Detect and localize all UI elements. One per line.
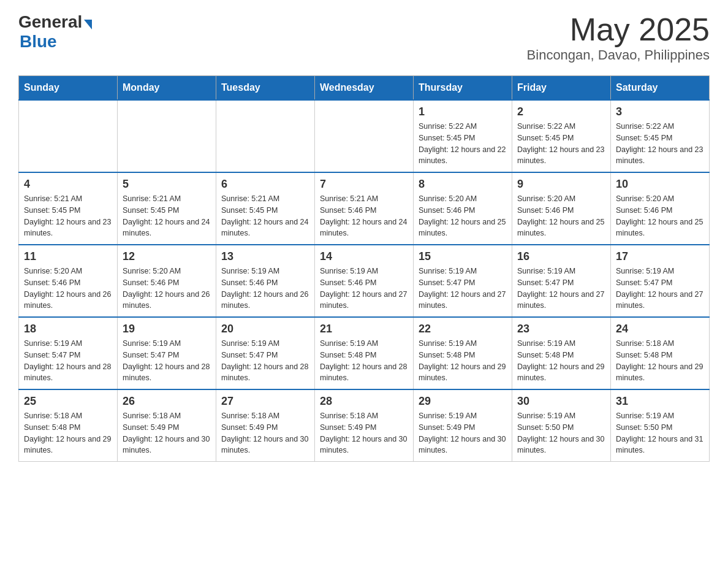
day-number: 17	[616, 250, 704, 263]
day-info: Sunrise: 5:22 AM Sunset: 5:45 PM Dayligh…	[419, 121, 507, 167]
calendar-cell	[19, 100, 118, 172]
day-info: Sunrise: 5:22 AM Sunset: 5:45 PM Dayligh…	[517, 121, 605, 167]
calendar-cell: 1Sunrise: 5:22 AM Sunset: 5:45 PM Daylig…	[414, 100, 512, 172]
day-number: 28	[320, 395, 408, 408]
calendar-week-row: 1Sunrise: 5:22 AM Sunset: 5:45 PM Daylig…	[19, 100, 710, 172]
calendar-cell: 17Sunrise: 5:19 AM Sunset: 5:47 PM Dayli…	[611, 245, 710, 317]
day-info: Sunrise: 5:19 AM Sunset: 5:48 PM Dayligh…	[320, 338, 408, 384]
column-header-sunday: Sunday	[19, 76, 118, 101]
day-number: 27	[221, 395, 309, 408]
calendar-cell: 4Sunrise: 5:21 AM Sunset: 5:45 PM Daylig…	[19, 172, 118, 245]
calendar-cell: 20Sunrise: 5:19 AM Sunset: 5:47 PM Dayli…	[216, 317, 315, 389]
day-number: 20	[221, 323, 309, 335]
day-number: 2	[517, 105, 605, 118]
calendar-cell: 28Sunrise: 5:18 AM Sunset: 5:49 PM Dayli…	[315, 389, 414, 462]
day-info: Sunrise: 5:19 AM Sunset: 5:48 PM Dayligh…	[517, 338, 605, 384]
day-number: 16	[517, 250, 605, 263]
day-info: Sunrise: 5:19 AM Sunset: 5:49 PM Dayligh…	[419, 410, 507, 456]
day-number: 24	[616, 323, 704, 335]
calendar-cell	[315, 100, 414, 172]
calendar-cell: 13Sunrise: 5:19 AM Sunset: 5:46 PM Dayli…	[216, 245, 315, 317]
day-number: 30	[517, 395, 605, 408]
day-info: Sunrise: 5:20 AM Sunset: 5:46 PM Dayligh…	[616, 193, 704, 239]
calendar-table: SundayMondayTuesdayWednesdayThursdayFrid…	[18, 75, 710, 462]
calendar-subtitle: Bincongan, Davao, Philippines	[527, 47, 710, 63]
day-number: 7	[320, 178, 408, 191]
calendar-week-row: 18Sunrise: 5:19 AM Sunset: 5:47 PM Dayli…	[19, 317, 710, 389]
day-number: 6	[221, 178, 309, 191]
day-number: 1	[419, 105, 507, 118]
logo: General Blue	[18, 12, 92, 52]
calendar-cell: 25Sunrise: 5:18 AM Sunset: 5:48 PM Dayli…	[19, 389, 118, 462]
day-number: 29	[419, 395, 507, 408]
day-info: Sunrise: 5:21 AM Sunset: 5:45 PM Dayligh…	[123, 193, 211, 239]
day-info: Sunrise: 5:22 AM Sunset: 5:45 PM Dayligh…	[616, 121, 704, 167]
calendar-cell	[216, 100, 315, 172]
calendar-cell: 31Sunrise: 5:19 AM Sunset: 5:50 PM Dayli…	[611, 389, 710, 462]
day-info: Sunrise: 5:19 AM Sunset: 5:46 PM Dayligh…	[320, 266, 408, 312]
day-info: Sunrise: 5:18 AM Sunset: 5:49 PM Dayligh…	[221, 410, 309, 456]
day-number: 25	[24, 395, 112, 408]
calendar-cell: 9Sunrise: 5:20 AM Sunset: 5:46 PM Daylig…	[512, 172, 611, 245]
calendar-cell: 2Sunrise: 5:22 AM Sunset: 5:45 PM Daylig…	[512, 100, 611, 172]
day-number: 11	[24, 250, 112, 263]
day-info: Sunrise: 5:21 AM Sunset: 5:45 PM Dayligh…	[221, 193, 309, 239]
calendar-week-row: 25Sunrise: 5:18 AM Sunset: 5:48 PM Dayli…	[19, 389, 710, 462]
day-info: Sunrise: 5:19 AM Sunset: 5:46 PM Dayligh…	[221, 266, 309, 312]
column-header-thursday: Thursday	[414, 76, 512, 101]
calendar-cell: 21Sunrise: 5:19 AM Sunset: 5:48 PM Dayli…	[315, 317, 414, 389]
calendar-header-row: SundayMondayTuesdayWednesdayThursdayFrid…	[19, 76, 710, 101]
day-info: Sunrise: 5:18 AM Sunset: 5:49 PM Dayligh…	[320, 410, 408, 456]
calendar-cell: 12Sunrise: 5:20 AM Sunset: 5:46 PM Dayli…	[118, 245, 216, 317]
day-info: Sunrise: 5:21 AM Sunset: 5:46 PM Dayligh…	[320, 193, 408, 239]
day-number: 9	[517, 178, 605, 191]
calendar-cell: 22Sunrise: 5:19 AM Sunset: 5:48 PM Dayli…	[414, 317, 512, 389]
calendar-cell: 11Sunrise: 5:20 AM Sunset: 5:46 PM Dayli…	[19, 245, 118, 317]
calendar-cell: 16Sunrise: 5:19 AM Sunset: 5:47 PM Dayli…	[512, 245, 611, 317]
day-number: 26	[123, 395, 211, 408]
day-number: 22	[419, 323, 507, 335]
day-info: Sunrise: 5:21 AM Sunset: 5:45 PM Dayligh…	[24, 193, 112, 239]
calendar-cell: 3Sunrise: 5:22 AM Sunset: 5:45 PM Daylig…	[611, 100, 710, 172]
day-info: Sunrise: 5:19 AM Sunset: 5:47 PM Dayligh…	[517, 266, 605, 312]
day-info: Sunrise: 5:19 AM Sunset: 5:47 PM Dayligh…	[221, 338, 309, 384]
day-info: Sunrise: 5:20 AM Sunset: 5:46 PM Dayligh…	[419, 193, 507, 239]
day-number: 3	[616, 105, 704, 118]
calendar-cell: 27Sunrise: 5:18 AM Sunset: 5:49 PM Dayli…	[216, 389, 315, 462]
day-info: Sunrise: 5:20 AM Sunset: 5:46 PM Dayligh…	[24, 266, 112, 312]
calendar-cell: 10Sunrise: 5:20 AM Sunset: 5:46 PM Dayli…	[611, 172, 710, 245]
day-number: 10	[616, 178, 704, 191]
calendar-cell: 6Sunrise: 5:21 AM Sunset: 5:45 PM Daylig…	[216, 172, 315, 245]
calendar-cell: 7Sunrise: 5:21 AM Sunset: 5:46 PM Daylig…	[315, 172, 414, 245]
day-number: 4	[24, 178, 112, 191]
day-number: 19	[123, 323, 211, 335]
logo-text-general: General	[18, 12, 82, 32]
day-info: Sunrise: 5:19 AM Sunset: 5:50 PM Dayligh…	[517, 410, 605, 456]
logo-text-blue: Blue	[20, 32, 92, 52]
column-header-wednesday: Wednesday	[315, 76, 414, 101]
logo-triangle-icon	[84, 20, 92, 29]
calendar-week-row: 11Sunrise: 5:20 AM Sunset: 5:46 PM Dayli…	[19, 245, 710, 317]
calendar-week-row: 4Sunrise: 5:21 AM Sunset: 5:45 PM Daylig…	[19, 172, 710, 245]
calendar-cell: 26Sunrise: 5:18 AM Sunset: 5:49 PM Dayli…	[118, 389, 216, 462]
calendar-cell: 29Sunrise: 5:19 AM Sunset: 5:49 PM Dayli…	[414, 389, 512, 462]
day-number: 18	[24, 323, 112, 335]
calendar-cell: 5Sunrise: 5:21 AM Sunset: 5:45 PM Daylig…	[118, 172, 216, 245]
day-number: 15	[419, 250, 507, 263]
day-info: Sunrise: 5:20 AM Sunset: 5:46 PM Dayligh…	[517, 193, 605, 239]
day-info: Sunrise: 5:19 AM Sunset: 5:47 PM Dayligh…	[419, 266, 507, 312]
day-info: Sunrise: 5:20 AM Sunset: 5:46 PM Dayligh…	[123, 266, 211, 312]
calendar-cell: 23Sunrise: 5:19 AM Sunset: 5:48 PM Dayli…	[512, 317, 611, 389]
day-info: Sunrise: 5:18 AM Sunset: 5:48 PM Dayligh…	[616, 338, 704, 384]
day-info: Sunrise: 5:18 AM Sunset: 5:49 PM Dayligh…	[123, 410, 211, 456]
day-number: 14	[320, 250, 408, 263]
calendar-cell: 18Sunrise: 5:19 AM Sunset: 5:47 PM Dayli…	[19, 317, 118, 389]
column-header-saturday: Saturday	[611, 76, 710, 101]
day-info: Sunrise: 5:19 AM Sunset: 5:47 PM Dayligh…	[24, 338, 112, 384]
day-number: 8	[419, 178, 507, 191]
column-header-monday: Monday	[118, 76, 216, 101]
day-info: Sunrise: 5:19 AM Sunset: 5:48 PM Dayligh…	[419, 338, 507, 384]
calendar-cell: 30Sunrise: 5:19 AM Sunset: 5:50 PM Dayli…	[512, 389, 611, 462]
day-info: Sunrise: 5:19 AM Sunset: 5:47 PM Dayligh…	[123, 338, 211, 384]
day-number: 5	[123, 178, 211, 191]
